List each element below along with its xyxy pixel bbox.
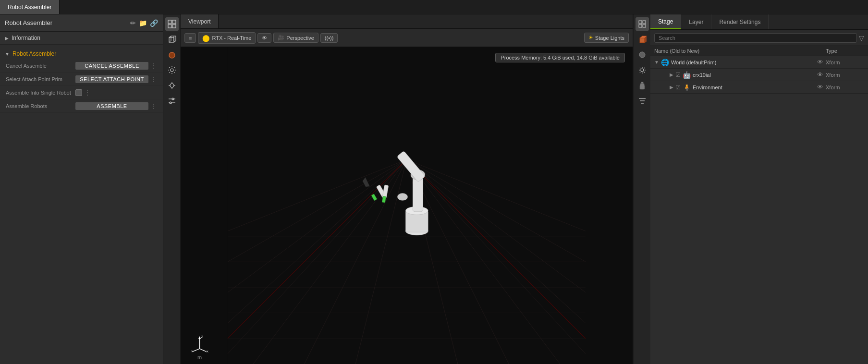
crx10ial-row-name: crx10ial xyxy=(693,72,711,78)
search-input[interactable] xyxy=(654,33,857,43)
stage-lights-button[interactable]: ☀ Stage Lights xyxy=(584,33,629,43)
svg-point-16 xyxy=(172,98,174,100)
right-icon-gear[interactable] xyxy=(636,63,649,77)
rtx-label: RTX - Real-Time xyxy=(212,35,251,41)
left-panel-title: Robot Assembler xyxy=(5,19,52,26)
right-panel: Stage Layer Render Settings ▽ Name (Old … xyxy=(633,14,868,364)
tab-layer[interactable]: Layer xyxy=(681,14,711,29)
side-icon-grid[interactable] xyxy=(165,17,179,31)
svg-rect-62 xyxy=(639,21,642,24)
right-panel-tabs: Stage Layer Render Settings xyxy=(650,14,868,30)
stage-panel: Stage Layer Render Settings ▽ Name (Old … xyxy=(650,14,868,364)
world-row-indent: ▼ 🌐 World (defaultPrim) xyxy=(654,59,814,66)
assemble-robots-end-icon: ⋮ xyxy=(150,102,157,110)
information-section-header[interactable]: ▶ Information xyxy=(0,32,163,45)
environment-check-icon: ☑ xyxy=(675,84,681,91)
side-icon-cube[interactable] xyxy=(165,33,179,46)
crx10ial-check-icon: ☑ xyxy=(675,72,681,78)
right-icon-filter[interactable] xyxy=(636,94,649,108)
crx10ial-collapse-icon[interactable]: ▶ xyxy=(670,72,673,77)
edit-icon[interactable]: ✏ xyxy=(130,19,136,27)
svg-rect-3 xyxy=(172,24,176,28)
svg-rect-66 xyxy=(640,38,645,43)
center-area: Viewport ≡ ⬤ RTX - Real-Time 👁 🎥 Perspec… xyxy=(163,14,633,364)
radio-button[interactable]: ((•)) xyxy=(320,33,338,43)
tab-stage[interactable]: Stage xyxy=(650,14,681,29)
right-panel-inner: Stage Layer Render Settings ▽ Name (Old … xyxy=(633,14,868,364)
viewport-tab[interactable]: Viewport xyxy=(181,14,219,28)
right-icon-cube[interactable] xyxy=(636,33,649,46)
environment-collapse-icon[interactable]: ▶ xyxy=(670,85,673,90)
stage-row-environment[interactable]: ▶ ☑ 🧍 Environment 👁 Xform xyxy=(650,81,868,94)
cancel-assemble-button[interactable]: CANCEL ASSEMBLE xyxy=(75,62,148,70)
cancel-assemble-label: Cancel Assemble xyxy=(6,63,75,69)
crx10ial-robot-icon: 🤖 xyxy=(683,71,691,79)
svg-point-49 xyxy=(397,193,407,200)
select-attach-point-row: Select Attach Point Prim SELECT ATTACH P… xyxy=(0,73,163,86)
camera-icon: 🎥 xyxy=(278,35,284,41)
world-row-type: Xform xyxy=(826,60,864,65)
right-icon-world[interactable] xyxy=(636,17,649,31)
world-eye-icon[interactable]: 👁 xyxy=(814,59,826,66)
right-icon-sphere2[interactable] xyxy=(636,48,649,61)
world-globe-icon: 🌐 xyxy=(661,59,669,66)
center-panel: Viewport ≡ ⬤ RTX - Real-Time 👁 🎥 Perspec… xyxy=(181,14,633,364)
link-icon[interactable]: 🔗 xyxy=(150,19,158,27)
filter-icon[interactable]: ▽ xyxy=(859,34,864,42)
svg-rect-64 xyxy=(639,24,642,27)
settings-button[interactable]: ≡ xyxy=(184,33,196,43)
crx10ial-eye-icon[interactable]: 👁 xyxy=(814,71,826,78)
left-panel-header: Robot Assembler ✏ 📁 🔗 xyxy=(0,14,163,32)
stage-row-world[interactable]: ▼ 🌐 World (defaultPrim) 👁 Xform xyxy=(650,56,868,69)
svg-rect-65 xyxy=(643,24,646,27)
left-panel: Robot Assembler ✏ 📁 🔗 ▶ Information ▼ Ro… xyxy=(0,14,163,364)
svg-point-8 xyxy=(169,52,175,58)
folder-icon[interactable]: 📁 xyxy=(139,19,147,27)
right-icon-bottle[interactable] xyxy=(636,79,649,92)
header-icons: ✏ 📁 🔗 xyxy=(130,19,158,27)
stage-lights-label: Stage Lights xyxy=(595,35,624,41)
subsection-label: Robot Assembler xyxy=(12,50,56,57)
assemble-robots-button[interactable]: ASSEMBLE xyxy=(75,102,148,110)
rtx-icon: ⬤ xyxy=(202,34,210,42)
environment-eye-icon[interactable]: 👁 xyxy=(814,84,826,91)
assemble-robots-label: Assemble Robots xyxy=(6,103,75,109)
title-bar: Robot Assembler xyxy=(0,0,868,14)
crx10ial-row-indent: ▶ ☑ 🤖 crx10ial xyxy=(654,71,814,79)
robot-assembler-subsection-header[interactable]: ▼ Robot Assembler xyxy=(0,49,163,59)
subsection-arrow-icon: ▼ xyxy=(5,51,10,57)
side-icon-sliders[interactable] xyxy=(165,94,179,108)
side-icon-sphere[interactable] xyxy=(165,48,179,61)
svg-point-18 xyxy=(170,102,171,104)
select-attach-end-icon: ⋮ xyxy=(150,75,157,83)
assemble-single-robot-toggle[interactable] xyxy=(75,89,82,96)
left-side-strip xyxy=(163,14,181,364)
svg-point-70 xyxy=(641,69,644,72)
cancel-assemble-row: Cancel Assemble CANCEL ASSEMBLE ⋮ xyxy=(0,59,163,73)
radio-icon: ((•)) xyxy=(325,35,334,41)
perspective-button[interactable]: 🎥 Perspective xyxy=(273,33,318,43)
select-attach-point-label: Select Attach Point Prim xyxy=(6,76,75,82)
right-side-strip xyxy=(633,14,650,364)
assemble-single-robot-label: Assemble Into Single Robot xyxy=(6,90,75,96)
stage-row-crx10ial[interactable]: ▶ ☑ 🤖 crx10ial 👁 Xform xyxy=(650,69,868,81)
main-layout: Robot Assembler ✏ 📁 🔗 ▶ Information ▼ Ro… xyxy=(0,14,868,364)
svg-point-11 xyxy=(170,84,174,87)
svg-rect-71 xyxy=(641,82,643,84)
side-icon-gear[interactable] xyxy=(165,63,179,77)
title-tab-robot-assembler[interactable]: Robot Assembler xyxy=(0,0,60,14)
svg-rect-2 xyxy=(168,24,171,28)
rtx-button[interactable]: ⬤ RTX - Real-Time xyxy=(198,32,256,44)
memory-badge: Process Memory: 5.4 GiB used, 14.8 GiB a… xyxy=(495,53,625,62)
info-section-label: Information xyxy=(12,35,40,41)
side-icon-light[interactable] xyxy=(165,79,179,92)
viewport-canvas[interactable]: Process Memory: 5.4 GiB used, 14.8 GiB a… xyxy=(181,47,633,364)
eye-button[interactable]: 👁 xyxy=(257,33,271,43)
assemble-single-end-icon: ⋮ xyxy=(84,89,91,97)
world-collapse-icon[interactable]: ▼ xyxy=(654,60,659,65)
environment-row-name: Environment xyxy=(693,85,722,90)
svg-line-58 xyxy=(192,349,199,352)
select-attach-point-button[interactable]: SELECT ATTACH POINT xyxy=(75,75,148,83)
tab-render-settings[interactable]: Render Settings xyxy=(711,14,769,29)
info-arrow-icon: ▶ xyxy=(5,36,9,41)
